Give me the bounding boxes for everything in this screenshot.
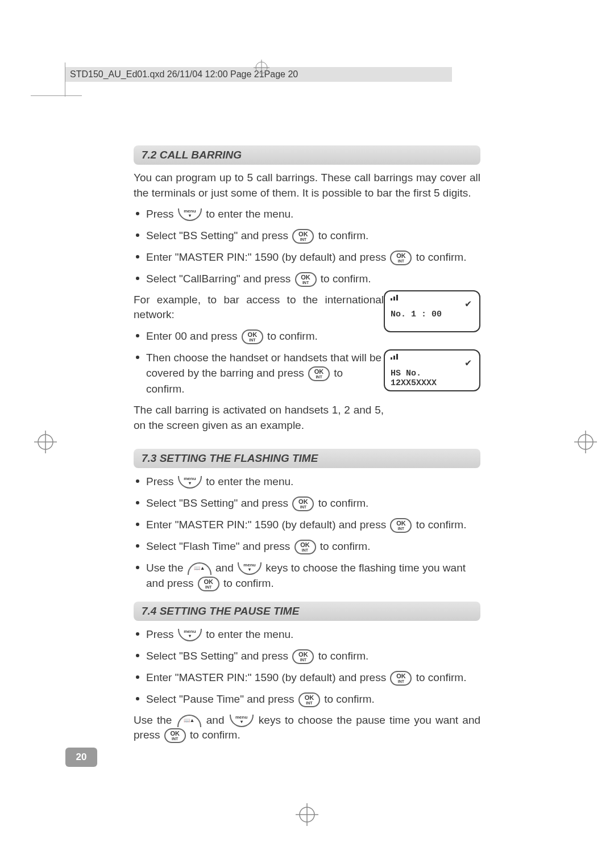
list-item: Select "BS Setting" and press OKINT to c…	[134, 648, 480, 664]
list-item: Use the 📖▲ and menu▾ keys to choose the …	[134, 560, 480, 592]
ok-button-icon: OKINT	[198, 577, 219, 591]
registration-mark-bottom	[296, 803, 318, 828]
menu-down-button-icon: menu▾	[178, 208, 202, 221]
list-item: Enter "MASTER PIN:" 1590 (by default) an…	[134, 249, 480, 265]
list-item: Enter 00 and press OKINT to confirm.	[134, 328, 384, 344]
section-7-2-heading: 7.2 CALL BARRING	[134, 145, 480, 165]
menu-down-button-icon: menu▾	[238, 562, 262, 575]
svg-rect-14	[396, 295, 398, 301]
file-header: STD150_AU_Ed01.qxd 26/11/04 12:00 Page 2…	[65, 67, 452, 82]
list-item: Select "Flash Time" and press OKINT to c…	[134, 539, 480, 554]
svg-rect-16	[393, 356, 395, 360]
menu-down-button-icon: menu▾	[178, 476, 202, 489]
ok-button-icon: OKINT	[298, 692, 320, 707]
menu-down-button-icon: menu▾	[230, 715, 254, 727]
list-item: Select "BS Setting" and press OKINT to c…	[134, 228, 480, 244]
example-intro: For example, to bar access to the intern…	[134, 293, 384, 323]
dial-up-button-icon: 📖▲	[188, 562, 211, 575]
list-item: Select "Pause Time" and press OKINT to c…	[134, 691, 480, 707]
ok-button-icon: OKINT	[292, 229, 314, 244]
lcd-screen-2: ✔ HS No. 12XX5XXXX	[384, 349, 480, 391]
example-result: The call barring is activated on handset…	[134, 403, 384, 433]
section-7-2-steps: Press menu▾ to enter the menu. Select "B…	[134, 206, 480, 287]
ok-button-icon: OKINT	[390, 251, 412, 265]
list-item: Enter "MASTER PIN:" 1590 (by default) an…	[134, 517, 480, 533]
lcd-line: No. 1 : 00	[391, 310, 474, 319]
ok-button-icon: OKINT	[308, 366, 330, 381]
ok-button-icon: OKINT	[390, 518, 412, 533]
registration-mark-top	[254, 60, 269, 76]
section-7-3-heading: 7.3 SETTING THE FLASHING TIME	[134, 449, 480, 468]
lcd-line: 12XX5XXXX	[391, 378, 474, 388]
list-item: Press menu▾ to enter the menu.	[134, 206, 480, 222]
ok-button-icon: OKINT	[242, 329, 263, 344]
registration-mark-left	[34, 431, 57, 456]
list-item: Press menu▾ to enter the menu.	[134, 627, 480, 642]
ok-button-icon: OKINT	[390, 671, 412, 686]
section-7-3-steps: Press menu▾ to enter the menu. Select "B…	[134, 474, 480, 591]
section-7-4-closing: Use the 📖▲ and menu▾ keys to choose the …	[134, 713, 480, 744]
section-7-4-steps: Press menu▾ to enter the menu. Select "B…	[134, 627, 480, 707]
lcd-screen-1: ✔ No. 1 : 00	[384, 290, 480, 332]
svg-rect-13	[393, 297, 395, 301]
signal-icon	[391, 353, 401, 362]
list-item: Select "CallBarring" and press OKINT to …	[134, 271, 480, 287]
svg-rect-17	[396, 354, 398, 360]
ok-button-icon: OKINT	[294, 540, 316, 554]
ok-button-icon: OKINT	[292, 496, 314, 511]
dial-up-button-icon: 📖▲	[177, 715, 201, 727]
list-item: Press menu▾ to enter the menu.	[134, 474, 480, 490]
registration-mark-right	[574, 431, 597, 456]
list-item: Select "BS Setting" and press OKINT to c…	[134, 495, 480, 511]
svg-rect-12	[391, 298, 392, 301]
check-icon: ✔	[465, 297, 471, 310]
signal-icon	[391, 294, 401, 303]
list-item: Then choose the handset or handsets that…	[134, 350, 384, 397]
check-icon: ✔	[465, 356, 471, 369]
ok-button-icon: OKINT	[295, 272, 317, 287]
menu-down-button-icon: menu▾	[178, 629, 202, 641]
lcd-line: HS No.	[391, 369, 474, 378]
ok-button-icon: OKINT	[292, 649, 314, 664]
section-7-4-heading: 7.4 SETTING THE PAUSE TIME	[134, 602, 480, 621]
page-number: 20	[65, 748, 97, 767]
ok-button-icon: OKINT	[164, 728, 186, 743]
svg-rect-15	[391, 357, 392, 360]
list-item: Enter "MASTER PIN:" 1590 (by default) an…	[134, 670, 480, 686]
section-7-2-intro: You can program up to 5 call barrings. T…	[134, 170, 480, 201]
